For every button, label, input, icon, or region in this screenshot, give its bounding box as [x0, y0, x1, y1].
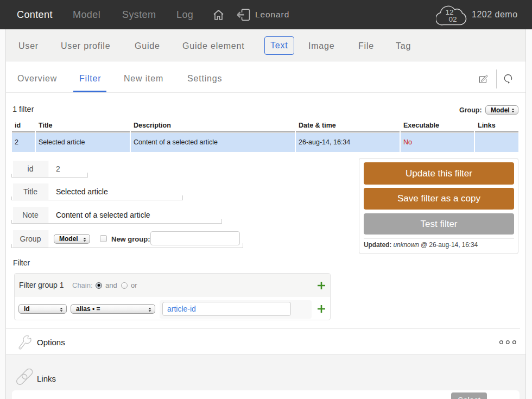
svg-text:02: 02	[448, 15, 457, 23]
